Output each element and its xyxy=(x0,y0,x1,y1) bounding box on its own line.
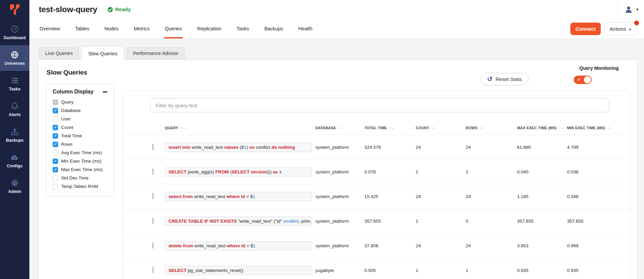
sidebar-item-backups[interactable]: Backups xyxy=(0,122,29,148)
cell-min-exec-time-ms: 0.999 xyxy=(567,243,630,248)
chevron-down-icon: ▼ xyxy=(628,28,632,31)
row-checkbox[interactable] xyxy=(153,242,153,249)
column-header-database[interactable]: DATABASE▼▲ xyxy=(315,126,364,130)
subtab-live-queries[interactable]: Live Queries xyxy=(39,47,79,59)
checkbox-checked-icon[interactable]: ✓ xyxy=(53,133,58,139)
cell-max-exec-time-ms: 0.935 xyxy=(517,268,567,273)
column-option-database[interactable]: ✓Database xyxy=(47,106,113,115)
sidebar-item-admin[interactable]: Admin xyxy=(0,173,29,199)
yugabyte-logo-icon[interactable] xyxy=(0,0,29,20)
query-filter-input[interactable] xyxy=(150,98,609,112)
sidebar-item-alerts[interactable]: Alerts xyxy=(0,96,29,122)
checkbox-unchecked-icon[interactable] xyxy=(53,175,58,181)
cell-max-exec-time-ms: 61.680 xyxy=(517,145,567,150)
column-option-temp-tables-ram[interactable]: Temp Tables RAM xyxy=(47,182,113,191)
tab-queries[interactable]: Queries xyxy=(164,19,183,38)
cell-total-time: 15.425 xyxy=(364,194,416,199)
checkbox-unchecked-icon[interactable] xyxy=(53,116,58,122)
sidebar-item-label: Admin xyxy=(8,189,21,194)
row-checkbox[interactable] xyxy=(153,218,153,224)
checkbox-checked-icon[interactable]: ✓ xyxy=(53,125,58,130)
tab-overview[interactable]: Overview xyxy=(39,19,60,38)
column-option-label: Query xyxy=(61,100,74,105)
universe-title: test-slow-query xyxy=(39,5,97,14)
checkbox-unchecked-icon[interactable] xyxy=(53,150,58,156)
sidebar-item-universes[interactable]: Universes xyxy=(0,45,29,71)
cell-count: 24 xyxy=(416,194,466,199)
sort-icon: ▼▲ xyxy=(480,127,485,129)
sidebar-item-label: Dashboard xyxy=(4,35,26,40)
query-text[interactable]: delete from write_read_test where id = $… xyxy=(165,241,312,250)
cell-count: 2 xyxy=(416,169,466,174)
column-option-std-dev-time[interactable]: Std Dev Time xyxy=(47,174,113,182)
connect-button[interactable]: Connect xyxy=(570,23,601,35)
row-checkbox[interactable] xyxy=(153,144,153,150)
checkbox-checked-icon[interactable]: ✓ xyxy=(53,159,58,164)
nav-actions: Connect Actions▼ xyxy=(570,22,637,35)
cell-total-time: 0.078 xyxy=(364,169,416,174)
query-text[interactable]: SELECT jsonb_agg(x) FROM (SELECT version… xyxy=(165,167,312,176)
sidebar-item-label: Backups xyxy=(6,138,23,143)
cell-min-exec-time-ms: 0.348 xyxy=(567,194,630,199)
column-option-rows[interactable]: ✓Rows xyxy=(47,140,113,148)
sidebar-item-label: Tasks xyxy=(9,87,21,91)
query-text[interactable]: SELECT pg_stat_statements_reset() xyxy=(165,266,312,275)
column-option-count[interactable]: ✓Count xyxy=(47,123,113,132)
column-option-avg-exec-time-ms[interactable]: Avg Exec Time (ms) xyxy=(47,148,113,157)
column-option-min-exec-time-ms[interactable]: ✓Min Exec Time (ms) xyxy=(47,157,113,165)
sort-icon: ▼▲ xyxy=(431,127,437,129)
sidebar-item-configs[interactable]: Configs xyxy=(0,148,29,173)
sidebar-item-label: Configs xyxy=(7,164,23,168)
sidebar-item-dashboard[interactable]: Dashboard xyxy=(0,20,29,45)
column-option-max-exec-time-ms[interactable]: ✓Max Exec Time (ms) xyxy=(47,165,113,174)
tab-metrics[interactable]: Metrics xyxy=(133,19,150,38)
row-checkbox[interactable] xyxy=(153,267,153,273)
column-header-rows[interactable]: ROWS▼▲ xyxy=(466,126,517,130)
query-text[interactable]: select from write_read_test where id = $… xyxy=(165,192,312,201)
column-option-label: Std Dev Time xyxy=(61,175,88,180)
user-avatar-icon xyxy=(624,5,633,14)
column-option-user[interactable]: User xyxy=(47,115,113,123)
cell-count: 24 xyxy=(416,243,466,248)
column-header-min-exec-time-ms[interactable]: MIN EXEC TIME (MS)▼▲ xyxy=(567,126,630,130)
tab-tables[interactable]: Tables xyxy=(74,19,90,38)
reset-stats-button[interactable]: ↺ Reset Stats xyxy=(481,73,529,85)
collapse-minus-icon[interactable] xyxy=(103,91,107,92)
notification-dot xyxy=(634,21,639,25)
cell-rows: 24 xyxy=(466,194,517,199)
checkbox-checked-icon[interactable]: ✓ xyxy=(53,108,58,113)
column-option-query[interactable]: ✓Query xyxy=(47,98,113,106)
checkbox-checked-icon[interactable]: ✓ xyxy=(53,100,58,105)
column-header-total-time[interactable]: TOTAL TIME▼▲ xyxy=(364,126,416,130)
checkbox-unchecked-icon[interactable] xyxy=(53,184,58,189)
cell-database: system_platform xyxy=(315,145,364,150)
checkbox-checked-icon[interactable]: ✓ xyxy=(53,142,58,147)
row-checkbox[interactable] xyxy=(153,193,153,199)
column-option-total-time[interactable]: ✓Total Time xyxy=(47,132,113,140)
sidebar-item-tasks[interactable]: Tasks xyxy=(0,71,29,96)
column-header-max-exec-time-ms[interactable]: MAX EXEC TIME (MS)▼▲ xyxy=(517,126,567,130)
query-sub-tabs: Live QueriesSlow QueriesPerformance Advi… xyxy=(39,46,187,60)
column-option-label: Avg Exec Time (ms) xyxy=(61,150,102,155)
query-monitoring-toggle[interactable]: ✓ xyxy=(574,76,592,84)
query-text[interactable]: CREATE TABLE IF NOT EXISTS "write_read_t… xyxy=(165,217,312,226)
query-text[interactable]: insert into write_read_test values ($1) … xyxy=(165,143,312,152)
cell-min-exec-time-ms: 0.038 xyxy=(567,169,630,174)
checkbox-checked-icon[interactable]: ✓ xyxy=(53,167,58,172)
tab-health[interactable]: Health xyxy=(298,19,313,38)
column-header-query[interactable]: QUERY▼▲ xyxy=(165,126,315,130)
cell-database: system_platform xyxy=(315,194,364,199)
user-menu[interactable]: ▼ xyxy=(617,0,644,19)
table-header-row: QUERY▼▲DATABASE▼▲TOTAL TIME▼▲COUNT▼▲ROWS… xyxy=(123,123,630,133)
column-header-count[interactable]: COUNT▼▲ xyxy=(416,126,466,130)
tab-nodes[interactable]: Nodes xyxy=(104,19,119,38)
subtab-performance-advisor[interactable]: Performance Advisor xyxy=(127,47,185,59)
row-checkbox[interactable] xyxy=(153,168,153,175)
subtab-slow-queries[interactable]: Slow Queries xyxy=(82,46,124,60)
tab-replication[interactable]: Replication xyxy=(197,19,222,38)
actions-button[interactable]: Actions▼ xyxy=(604,22,637,35)
tab-backups[interactable]: Backups xyxy=(264,19,284,38)
column-option-label: Rows xyxy=(61,142,73,147)
tab-tasks[interactable]: Tasks xyxy=(236,19,250,38)
cell-rows: 0 xyxy=(466,219,517,224)
